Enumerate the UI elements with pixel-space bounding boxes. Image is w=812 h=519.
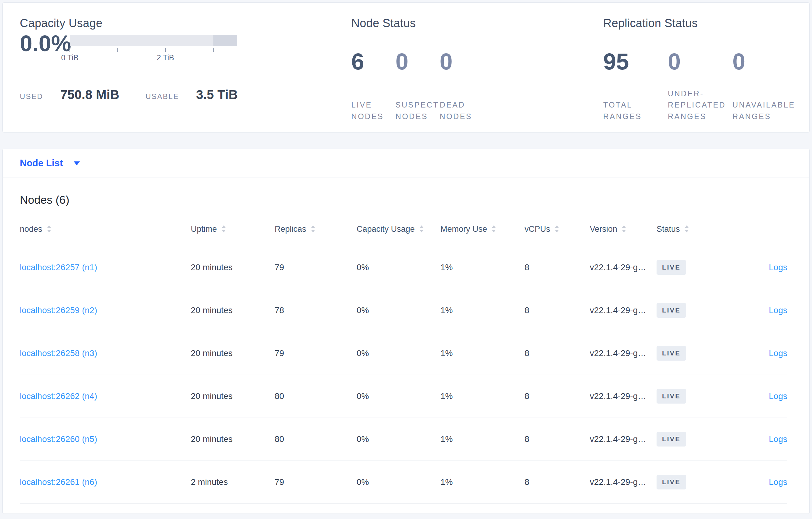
table-cell-capacity_usage: 0%	[357, 305, 440, 315]
column-header-uptime[interactable]: Uptime	[191, 220, 274, 237]
cell-value-replicas: 80	[274, 391, 284, 401]
under-replicated-ranges-label: UNDER-REPLICATED RANGES	[668, 88, 728, 122]
stat-total-ranges: 95 TOTAL RANGES	[603, 50, 668, 122]
column-header-version[interactable]: Version	[590, 220, 657, 237]
column-header-empty	[734, 220, 787, 224]
table-cell-capacity_usage: 0%	[357, 434, 440, 444]
table-row: localhost:26257 (n1)20 minutes790%1%8v22…	[20, 246, 787, 289]
column-header-label: Uptime	[191, 224, 217, 237]
sort-asc-arrow	[222, 225, 226, 228]
table-cell-address: localhost:26258 (n3)	[20, 348, 191, 358]
usable-value: 3.5 TiB	[196, 87, 238, 102]
total-ranges-value: 95	[603, 50, 664, 73]
sort-icon	[47, 225, 51, 233]
cell-value-vcpus: 8	[525, 391, 529, 401]
column-header-address[interactable]: nodes	[20, 220, 191, 237]
logs-link[interactable]: Logs	[769, 391, 787, 401]
sort-asc-arrow	[555, 225, 559, 228]
cell-value-memory_use: 1%	[440, 348, 453, 358]
node-status-section: Node Status 6 LIVE NODES 0 SUSPECT NODES…	[351, 17, 603, 132]
column-header-replicas[interactable]: Replicas	[274, 220, 357, 237]
stat-unavailable-ranges: 0 UNAVAILABLE RANGES	[732, 50, 797, 122]
cell-value-vcpus: 8	[525, 434, 529, 444]
table-cell-version: v22.1.4-29-g…	[590, 348, 657, 358]
cell-value-uptime: 20 minutes	[191, 305, 233, 315]
column-header-status[interactable]: Status	[657, 220, 734, 237]
cell-value-replicas: 80	[274, 434, 284, 444]
column-header-label: Memory Use	[440, 224, 487, 237]
node-link[interactable]: localhost:26262 (n4)	[20, 391, 97, 401]
sort-asc-arrow	[419, 225, 424, 228]
sort-asc-arrow	[685, 225, 689, 228]
column-header-label: Capacity Usage	[357, 224, 415, 237]
table-cell-capacity_usage: 0%	[357, 263, 440, 272]
cell-value-vcpus: 8	[525, 477, 529, 487]
table-cell-vcpus: 8	[525, 348, 590, 358]
unavailable-ranges-label: UNAVAILABLE RANGES	[732, 99, 793, 122]
axis-tick	[165, 48, 166, 52]
logs-link[interactable]: Logs	[769, 477, 787, 487]
used-label: USED	[20, 92, 43, 101]
table-cell-replicas: 78	[274, 305, 357, 315]
sort-icon	[555, 225, 559, 233]
column-header-label: Status	[657, 224, 680, 237]
table-cell-memory_use: 1%	[440, 305, 525, 315]
table-cell-memory_use: 1%	[440, 434, 525, 444]
capacity-bar-usable-segment	[70, 35, 213, 46]
table-row: localhost:26258 (n3)20 minutes790%1%8v22…	[20, 332, 787, 375]
logs-link[interactable]: Logs	[769, 434, 787, 444]
table-cell-status: LIVE	[657, 346, 734, 361]
capacity-bar-chart: 0 TiB2 TiB	[70, 35, 237, 62]
stat-dead-nodes: 0 DEAD NODES	[440, 50, 484, 122]
sort-desc-arrow	[419, 230, 424, 233]
table-cell-address: localhost:26257 (n1)	[20, 263, 191, 272]
capacity-used-usable-row: USED 750.8 MiB USABLE 3.5 TiB	[20, 87, 351, 102]
table-row: localhost:26262 (n4)20 minutes800%1%8v22…	[20, 375, 787, 418]
table-cell-vcpus: 8	[525, 434, 590, 444]
table-cell-address: localhost:26262 (n4)	[20, 391, 191, 401]
node-link[interactable]: localhost:26260 (n5)	[20, 434, 97, 444]
table-cell-address: localhost:26260 (n5)	[20, 434, 191, 444]
dead-nodes-value: 0	[440, 50, 484, 73]
capacity-bar	[70, 35, 237, 46]
node-link[interactable]: localhost:26261 (n6)	[20, 477, 97, 487]
logs-link[interactable]: Logs	[769, 263, 787, 272]
sort-desc-arrow	[685, 230, 689, 233]
table-cell-version: v22.1.4-29-g…	[590, 263, 657, 272]
cell-value-capacity_usage: 0%	[357, 305, 369, 315]
cell-value-version: v22.1.4-29-g…	[590, 348, 646, 358]
cell-value-version: v22.1.4-29-g…	[590, 305, 646, 315]
sort-asc-arrow	[492, 225, 496, 228]
node-link[interactable]: localhost:26259 (n2)	[20, 305, 97, 315]
table-cell-uptime: 20 minutes	[191, 305, 274, 315]
sort-desc-arrow	[555, 230, 559, 233]
view-selector-dropdown[interactable]: Node List	[20, 158, 80, 169]
table-cell-vcpus: 8	[525, 391, 590, 401]
column-header-memory_use[interactable]: Memory Use	[440, 220, 525, 237]
cell-value-vcpus: 8	[525, 348, 529, 358]
nodes-section-title: Nodes (6)	[20, 194, 787, 207]
logs-link[interactable]: Logs	[769, 305, 787, 315]
suspect-nodes-value: 0	[396, 50, 440, 73]
logs-link[interactable]: Logs	[769, 348, 787, 358]
sort-asc-arrow	[47, 225, 51, 228]
table-header-row: nodesUptimeReplicasCapacity UsageMemory …	[20, 220, 787, 246]
node-status-title: Node Status	[351, 17, 603, 30]
column-header-vcpus[interactable]: vCPUs	[525, 220, 590, 237]
table-cell-replicas: 79	[274, 263, 357, 272]
table-cell-status: LIVE	[657, 475, 734, 489]
node-link[interactable]: localhost:26258 (n3)	[20, 348, 97, 358]
caret-down-icon	[74, 161, 80, 165]
table-cell-capacity_usage: 0%	[357, 348, 440, 358]
replication-status-title: Replication Status	[603, 17, 797, 30]
table-cell-uptime: 20 minutes	[191, 391, 274, 401]
table-cell-vcpus: 8	[525, 477, 590, 487]
table-cell-capacity_usage: 0%	[357, 391, 440, 401]
stat-under-replicated-ranges: 0 UNDER-REPLICATED RANGES	[668, 50, 732, 122]
table-cell-capacity_usage: 0%	[357, 477, 440, 487]
table-cell-replicas: 79	[274, 348, 357, 358]
table-cell-memory_use: 1%	[440, 263, 525, 272]
column-header-capacity_usage[interactable]: Capacity Usage	[357, 220, 440, 237]
node-link[interactable]: localhost:26257 (n1)	[20, 263, 97, 272]
table-cell-status: LIVE	[657, 432, 734, 447]
